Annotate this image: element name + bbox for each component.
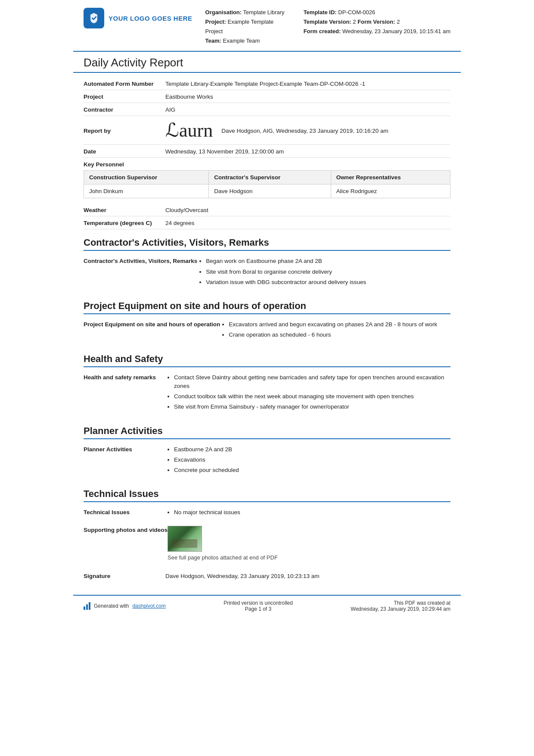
list-item: Variation issue with DBG subcontractor a… <box>206 278 450 287</box>
temperature-row: Temperature (degrees C) 24 degrees <box>84 216 450 229</box>
bar-1 <box>84 606 85 610</box>
list-item: Crane operation as scheduled - 6 hours <box>229 331 450 339</box>
project-equipment-bullets: Excavators arrived and begun excavating … <box>220 320 450 341</box>
footer-right: This PDF was created at Wednesday, 23 Ja… <box>351 600 450 612</box>
project-row: Project Eastbourne Works <box>84 90 450 103</box>
list-item: Began work on Eastbourne phase 2A and 2B <box>206 257 450 266</box>
template-version-value: 2 <box>353 19 356 25</box>
report-title: Daily Activity Report <box>84 56 450 69</box>
report-title-bar: Daily Activity Report <box>73 52 461 73</box>
contractor-row: Contractor AIG <box>84 103 450 116</box>
contractors-activities-heading: Contractor's Activities, Visitors, Remar… <box>84 237 450 251</box>
supporting-photos-row: Supporting photos and videos See full pa… <box>84 523 450 565</box>
bar-3 <box>89 602 90 610</box>
technical-issues-heading: Technical Issues <box>84 488 450 502</box>
template-id-value: DP-COM-0026 <box>338 9 375 16</box>
project-equipment-row: Project Equipment on site and hours of o… <box>84 318 450 346</box>
personnel-section: Key Personnel Construction Supervisor Co… <box>84 158 450 200</box>
signature-label: Signature <box>84 572 165 579</box>
dashpivot-icon <box>84 602 90 610</box>
personnel-data-row: John Dinkum Dave Hodgson Alice Rodriguez <box>84 184 450 198</box>
list-item: Excavations <box>174 456 450 464</box>
report-by-row: Report by ℒaurn Dave Hodgson, AIG, Wedne… <box>84 116 450 145</box>
supporting-photos-label: Supporting photos and videos <box>84 526 168 533</box>
org-label: Organisation: <box>205 9 242 16</box>
header: YOUR LOGO GOES HERE Organisation: Templa… <box>73 0 461 52</box>
signature-value: Dave Hodgson, Wednesday, 23 January 2019… <box>165 572 450 579</box>
form-created-row: Form created: Wednesday, 23 January 2019… <box>304 27 450 36</box>
project-value: Eastbourne Works <box>165 93 450 100</box>
planner-activities-heading: Planner Activities <box>84 425 450 439</box>
technical-issues-label: Technical Issues <box>84 508 165 515</box>
form-number-row: Automated Form Number Template Library-E… <box>84 77 450 90</box>
form-number-label: Automated Form Number <box>84 80 165 87</box>
project-label-h: Project: <box>205 19 226 25</box>
list-item: Site visit from Boral to organise concre… <box>206 268 450 276</box>
personnel-header-row: Construction Supervisor Contractor's Sup… <box>84 171 450 184</box>
footer-right-text: This PDF was created at <box>351 600 450 606</box>
footer-generated-text: Generated with <box>94 603 129 609</box>
team-row: Team: Example Team <box>205 36 291 46</box>
team-label: Team: <box>205 37 221 44</box>
footer-uncontrolled: Printed version is uncontrolled <box>224 600 293 606</box>
list-item: Site visit from Emma Sainsbury - safety … <box>174 403 450 411</box>
personnel-section-label: Key Personnel <box>84 161 450 168</box>
template-version-label: Template Version: <box>304 19 351 25</box>
health-safety-bullets: Contact Steve Daintry about getting new … <box>165 373 450 413</box>
list-item: No major technical issues <box>174 508 450 517</box>
list-item: Excavators arrived and begun excavating … <box>229 320 450 329</box>
contractor-label: Contractor <box>84 106 165 113</box>
signature-area-top: ℒaurn Dave Hodgson, AIG, Wednesday, 23 J… <box>165 119 450 142</box>
list-item: Concrete pour scheduled <box>174 466 450 475</box>
template-id-label: Template ID: <box>304 9 337 16</box>
list-item: Eastbourne 2A and 2B <box>174 445 450 454</box>
team-value: Example Team <box>223 37 260 44</box>
temperature-value: 24 degrees <box>165 219 450 226</box>
form-version-value: 2 <box>397 19 400 25</box>
health-safety-row: Health and safety remarks Contact Steve … <box>84 371 450 418</box>
template-id-row: Template ID: DP-COM-0026 <box>304 8 450 17</box>
project-label: Project <box>84 93 165 100</box>
personnel-table: Construction Supervisor Contractor's Sup… <box>84 170 450 198</box>
logo-area: YOUR LOGO GOES HERE <box>84 8 192 28</box>
personnel-header-0: Construction Supervisor <box>84 171 209 184</box>
date-label: Date <box>84 147 165 155</box>
supporting-photos-content: See full page photos attached at end of … <box>168 526 450 561</box>
weather-value: Cloudy/Overcast <box>165 206 450 213</box>
personnel-cell-2: Alice Rodriguez <box>331 184 450 198</box>
personnel-header-2: Owner Representatives <box>331 171 450 184</box>
photo-thumbnail <box>168 526 202 552</box>
technical-issues-bullets: No major technical issues <box>165 508 450 519</box>
date-value: Wednesday, 13 November 2019, 12:00:00 am <box>165 147 450 155</box>
project-equipment-heading: Project Equipment on site and hours of o… <box>84 300 450 314</box>
list-item: Contact Steve Daintry about getting new … <box>174 373 450 391</box>
form-version-label: Form Version: <box>357 19 395 25</box>
signature-image-top: ℒaurn <box>165 119 213 142</box>
footer-link[interactable]: dashpivot.com <box>132 603 165 609</box>
health-safety-label: Health and safety remarks <box>84 373 165 381</box>
contractors-activities-bullets: Began work on Eastbourne phase 2A and 2B… <box>197 257 450 288</box>
personnel-cell-1: Dave Hodgson <box>209 184 331 198</box>
weather-label: Weather <box>84 206 165 213</box>
personnel-header-1: Contractor's Supervisor <box>209 171 331 184</box>
body: Automated Form Number Template Library-E… <box>73 73 461 581</box>
form-created-value: Wednesday, 23 January 2019, 10:15:41 am <box>342 28 450 34</box>
signature-row: Signature Dave Hodgson, Wednesday, 23 Ja… <box>84 569 450 582</box>
contractor-value: AIG <box>165 106 450 113</box>
project-equipment-label: Project Equipment on site and hours of o… <box>84 320 220 328</box>
footer-center: Printed version is uncontrolled Page 1 o… <box>224 600 293 612</box>
footer-right-date: Wednesday, 23 January 2019, 10:29:44 am <box>351 606 450 612</box>
report-by-area: ℒaurn Dave Hodgson, AIG, Wednesday, 23 J… <box>165 119 450 142</box>
org-row: Organisation: Template Library <box>205 8 291 17</box>
list-item: Conduct toolbox talk within the next wee… <box>174 392 450 401</box>
org-value: Template Library <box>243 9 284 16</box>
planner-activities-row: Planner Activities Eastbourne 2A and 2B … <box>84 443 450 481</box>
contractors-activities-label: Contractor's Activities, Visitors, Remar… <box>84 257 197 264</box>
header-meta: Template ID: DP-COM-0026 Template Versio… <box>304 8 450 36</box>
header-org: Organisation: Template Library Project: … <box>192 8 304 46</box>
form-number-value: Template Library-Example Template Projec… <box>165 80 450 87</box>
technical-issues-row: Technical Issues No major technical issu… <box>84 506 450 523</box>
footer: Generated with dashpivot.com Printed ver… <box>73 595 461 616</box>
planner-activities-label: Planner Activities <box>84 445 165 453</box>
planner-activities-bullets: Eastbourne 2A and 2B Excavations Concret… <box>165 445 450 477</box>
